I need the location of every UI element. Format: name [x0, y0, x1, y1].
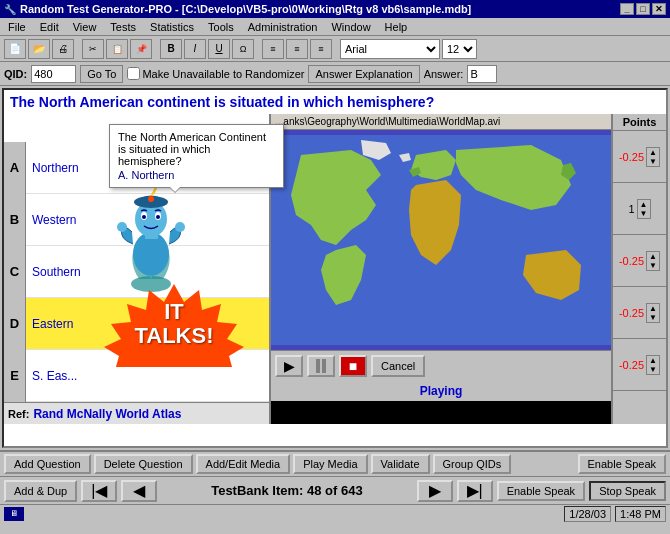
world-map-svg [271, 130, 611, 350]
points-spin-e[interactable]: ▲▼ [646, 355, 660, 375]
menu-window[interactable]: Window [325, 20, 376, 34]
menu-help[interactable]: Help [379, 20, 414, 34]
nav-last-button[interactable]: ▶| [457, 480, 493, 502]
group-qids-button[interactable]: Group QIDs [433, 454, 512, 474]
bubble-text: The North American Continent is situated… [118, 131, 275, 167]
menu-file[interactable]: File [2, 20, 32, 34]
enable-speak-toolbar-button[interactable]: Enable Speak [578, 454, 667, 474]
new-button[interactable]: 📄 [4, 39, 26, 59]
nav-first-button[interactable]: |◀ [81, 480, 117, 502]
points-row-a: -0.25 ▲▼ [613, 131, 666, 183]
underline-button[interactable]: U [208, 39, 230, 59]
qid-label: QID: [4, 68, 27, 80]
content-area: The North American Continent is situated… [4, 114, 666, 424]
copy-button[interactable]: 📋 [106, 39, 128, 59]
menu-tools[interactable]: Tools [202, 20, 240, 34]
svg-point-8 [142, 215, 146, 219]
points-val-a: -0.25 [619, 151, 644, 163]
main-content: The North American continent is situated… [2, 88, 668, 448]
validate-button[interactable]: Validate [371, 454, 430, 474]
print-button[interactable]: 🖨 [52, 39, 74, 59]
unavailable-checkbox-label: Make Unavailable to Randomizer [127, 67, 304, 80]
answer-letter-b: B [4, 194, 26, 246]
points-row-d: -0.25 ▲▼ [613, 287, 666, 339]
menu-statistics[interactable]: Statistics [144, 20, 200, 34]
points-spin-a[interactable]: ▲▼ [646, 147, 660, 167]
delete-question-button[interactable]: Delete Question [94, 454, 193, 474]
menu-administration[interactable]: Administration [242, 20, 324, 34]
special-button[interactable]: Ω [232, 39, 254, 59]
add-question-button[interactable]: Add Question [4, 454, 91, 474]
nav-bar: Add & Dup |◀ ◀ TestBank Item: 48 of 643 … [0, 476, 670, 504]
svg-point-2 [117, 222, 127, 232]
world-map-container [271, 130, 611, 350]
paste-button[interactable]: 📌 [130, 39, 152, 59]
close-button[interactable]: ✕ [652, 3, 666, 15]
points-column: Points -0.25 ▲▼ 1 ▲▼ -0.25 ▲▼ -0.25 ▲▼ -… [611, 114, 666, 424]
status-bar: 🖥 1/28/03 1:48 PM [0, 504, 670, 522]
align-right-button[interactable]: ≡ [310, 39, 332, 59]
svg-point-3 [175, 222, 185, 232]
answers-panel: The North American Continent is situated… [4, 114, 269, 424]
open-button[interactable]: 📂 [28, 39, 50, 59]
points-val-c: -0.25 [619, 255, 644, 267]
it-talks-container: IT TALKS! [99, 279, 249, 369]
points-spin-c[interactable]: ▲▼ [646, 251, 660, 271]
nav-prev-button[interactable]: ◀ [121, 480, 157, 502]
nav-status: TestBank Item: 48 of 643 [161, 483, 412, 498]
add-dup-button[interactable]: Add & Dup [4, 480, 77, 502]
menu-bar: File Edit View Tests Statistics Tools Ad… [0, 18, 670, 36]
font-size-select[interactable]: 12 [442, 39, 477, 59]
answer-letter-d: D [4, 298, 26, 350]
media-panel: ...anks\Geography\World\Multimedia\World… [269, 114, 611, 424]
nav-next-button[interactable]: ▶ [417, 480, 453, 502]
points-spin-d[interactable]: ▲▼ [646, 303, 660, 323]
goto-button[interactable]: Go To [80, 65, 123, 83]
italic-button[interactable]: I [184, 39, 206, 59]
stop-speak-button[interactable]: Stop Speak [589, 481, 666, 501]
ref-bar: Ref: Rand McNally World Atlas [4, 402, 269, 424]
cancel-button[interactable]: Cancel [371, 355, 425, 377]
answer-input[interactable] [467, 65, 497, 83]
enable-speak-button[interactable]: Enable Speak [497, 481, 586, 501]
cut-button[interactable]: ✂ [82, 39, 104, 59]
speech-bubble: The North American Continent is situated… [109, 124, 284, 188]
answer-letter-e: E [4, 350, 26, 402]
unavailable-checkbox[interactable] [127, 67, 140, 80]
points-val-d: -0.25 [619, 307, 644, 319]
ref-value: Rand McNally World Atlas [33, 407, 181, 421]
pause-button[interactable] [307, 355, 335, 377]
points-row-b: 1 ▲▼ [613, 183, 666, 235]
bubble-answer: A. Northern [118, 169, 275, 181]
svg-point-11 [148, 196, 154, 202]
align-left-button[interactable]: ≡ [262, 39, 284, 59]
it-talks-line2: TALKS! [134, 324, 213, 348]
font-select[interactable]: Arial [340, 39, 440, 59]
menu-view[interactable]: View [67, 20, 103, 34]
play-media-button[interactable]: Play Media [293, 454, 367, 474]
status-icon: 🖥 [4, 507, 24, 521]
points-header: Points [613, 114, 666, 131]
bottom-toolbar: Add Question Delete Question Add/Edit Me… [0, 450, 670, 476]
answer-label: Answer: [424, 68, 464, 80]
question-text: The North American continent is situated… [4, 90, 666, 114]
bold-button[interactable]: B [160, 39, 182, 59]
points-row-e: -0.25 ▲▼ [613, 339, 666, 391]
qid-input[interactable] [31, 65, 76, 83]
play-button[interactable]: ▶ [275, 355, 303, 377]
align-center-button[interactable]: ≡ [286, 39, 308, 59]
points-spin-b[interactable]: ▲▼ [637, 199, 651, 219]
toolbar: 📄 📂 🖨 ✂ 📋 📌 B I U Ω ≡ ≡ ≡ Arial 12 [0, 36, 670, 62]
app-icon: 🔧 [4, 4, 16, 15]
menu-tests[interactable]: Tests [104, 20, 142, 34]
answer-letter-a: A [4, 142, 26, 194]
maximize-button[interactable]: □ [636, 3, 650, 15]
svg-point-9 [156, 215, 160, 219]
title-bar: 🔧 Random Test Generator-PRO - [C:\Develo… [0, 0, 670, 18]
answer-explanation-button[interactable]: Answer Explanation [308, 65, 419, 83]
minimize-button[interactable]: _ [620, 3, 634, 15]
status-time: 1:48 PM [615, 506, 666, 522]
menu-edit[interactable]: Edit [34, 20, 65, 34]
stop-button[interactable]: ■ [339, 355, 367, 377]
add-edit-media-button[interactable]: Add/Edit Media [196, 454, 291, 474]
